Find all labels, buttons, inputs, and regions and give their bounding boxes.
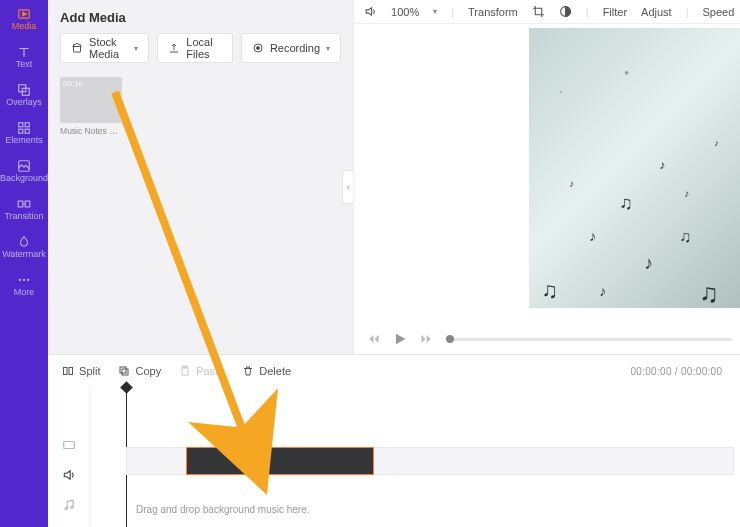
timeline-timecode: 00:00:00 / 00:00:00 (630, 366, 730, 377)
media-panel: Add Media Stock Media ▾ Local Files Reco… (48, 0, 353, 354)
preview-frame[interactable]: ♫ ♪ ♫ ♪ ♪ ♫ ♫ ♪ ♪ ♪ ♪ ● ● (529, 28, 740, 308)
sidebar-item-label: Watermark (2, 250, 46, 259)
sidebar-item-label: More (14, 288, 35, 297)
chevron-down-icon: ▾ (134, 44, 138, 53)
left-sidebar: Media Text Overlays Elements Background … (0, 0, 48, 527)
clip-thumbnail: 00:16 (60, 77, 122, 123)
music-track-hint: Drag and drop background music here. (136, 504, 309, 515)
main-area: Add Media Stock Media ▾ Local Files Reco… (48, 0, 740, 527)
sidebar-item-media[interactable]: Media (0, 0, 48, 38)
crop-icon[interactable] (532, 5, 545, 18)
chevron-down-icon: ▾ (433, 7, 437, 16)
svg-point-15 (256, 47, 259, 50)
clip-name: Music Notes Loop Back... (60, 126, 122, 136)
sidebar-item-label: Transition (4, 212, 43, 221)
preview-toolbar: 100%▾ | Transform | Filter Adjust | Spee… (354, 0, 740, 24)
delete-icon (242, 365, 254, 377)
stock-icon (71, 42, 83, 54)
paste-button: Paste (179, 365, 224, 377)
svg-rect-19 (122, 369, 128, 375)
svg-point-12 (23, 279, 25, 281)
track-icons (48, 387, 90, 527)
dropped-audio-clip[interactable] (186, 447, 374, 475)
adjust-button[interactable]: Adjust (641, 6, 672, 18)
sidebar-item-label: Media (12, 22, 37, 31)
stock-media-button[interactable]: Stock Media ▾ (60, 33, 149, 63)
svg-rect-6 (19, 129, 23, 133)
svg-rect-20 (120, 367, 126, 373)
svg-rect-17 (64, 368, 68, 375)
sidebar-item-watermark[interactable]: Watermark (0, 228, 48, 266)
svg-rect-10 (25, 201, 30, 207)
music-track-icon[interactable] (61, 497, 77, 513)
background-icon (17, 159, 31, 173)
more-icon (17, 273, 31, 287)
elements-icon (17, 121, 31, 135)
panel-title: Add Media (48, 0, 353, 33)
svg-rect-5 (25, 123, 29, 127)
preview-controls (354, 324, 740, 354)
rewind-button[interactable] (366, 331, 382, 347)
upload-icon (168, 42, 180, 54)
delete-button[interactable]: Delete (242, 365, 291, 377)
split-icon (62, 365, 74, 377)
sidebar-item-overlays[interactable]: Overlays (0, 76, 48, 114)
recording-label: Recording (270, 42, 320, 54)
contrast-icon[interactable] (559, 5, 572, 18)
sidebar-item-label: Elements (5, 136, 43, 145)
transform-button[interactable]: Transform (468, 6, 518, 18)
svg-rect-4 (19, 123, 23, 127)
forward-button[interactable] (418, 331, 434, 347)
recording-button[interactable]: Recording ▾ (241, 33, 341, 63)
paste-icon (179, 365, 191, 377)
text-icon (17, 45, 31, 59)
timeline-tracks[interactable]: Drag and drop background music here. (90, 387, 740, 527)
svg-point-24 (64, 507, 66, 509)
zoom-level[interactable]: 100% (391, 6, 419, 18)
sidebar-item-transition[interactable]: Transition (0, 190, 48, 228)
transition-icon (17, 197, 31, 211)
timeline-panel: Split Copy Paste Delete 00:00:00 / 00:00… (48, 354, 740, 527)
svg-point-11 (19, 279, 21, 281)
sidebar-item-more[interactable]: More (0, 266, 48, 304)
watermark-icon (17, 235, 31, 249)
svg-marker-1 (23, 12, 26, 16)
copy-button[interactable]: Copy (118, 365, 161, 377)
timeline-toolbar: Split Copy Paste Delete 00:00:00 / 00:00… (48, 355, 740, 387)
speed-button[interactable]: Speed (703, 6, 735, 18)
media-clip[interactable]: 00:16 Music Notes Loop Back... (60, 77, 122, 136)
preview-stage: ♫ ♪ ♫ ♪ ♪ ♫ ♫ ♪ ♪ ♪ ♪ ● ● (354, 24, 740, 324)
record-icon (252, 42, 264, 54)
chevron-down-icon: ▾ (326, 44, 330, 53)
svg-point-25 (70, 506, 72, 508)
overlays-icon (17, 83, 31, 97)
seek-bar[interactable] (448, 338, 732, 341)
sidebar-item-label: Text (16, 60, 33, 69)
local-files-button[interactable]: Local Files (157, 33, 233, 63)
audio-track-icon[interactable] (61, 467, 77, 483)
volume-icon[interactable] (364, 5, 377, 18)
preview-panel: 100%▾ | Transform | Filter Adjust | Spee… (353, 0, 740, 354)
svg-rect-18 (69, 368, 73, 375)
local-files-label: Local Files (186, 36, 222, 60)
clip-duration: 00:16 (63, 79, 83, 88)
svg-point-13 (27, 279, 29, 281)
video-track-icon[interactable] (61, 437, 77, 453)
stock-media-label: Stock Media (89, 36, 128, 60)
sidebar-item-background[interactable]: Background (0, 152, 48, 190)
copy-icon (118, 365, 130, 377)
svg-rect-23 (63, 442, 74, 449)
sidebar-item-elements[interactable]: Elements (0, 114, 48, 152)
split-button[interactable]: Split (62, 365, 100, 377)
play-button[interactable] (392, 331, 408, 347)
sidebar-item-label: Overlays (6, 98, 42, 107)
svg-rect-9 (18, 201, 23, 207)
svg-rect-7 (25, 129, 29, 133)
filter-button[interactable]: Filter (603, 6, 627, 18)
media-icon (17, 7, 31, 21)
sidebar-item-label: Background (0, 174, 48, 183)
sidebar-item-text[interactable]: Text (0, 38, 48, 76)
